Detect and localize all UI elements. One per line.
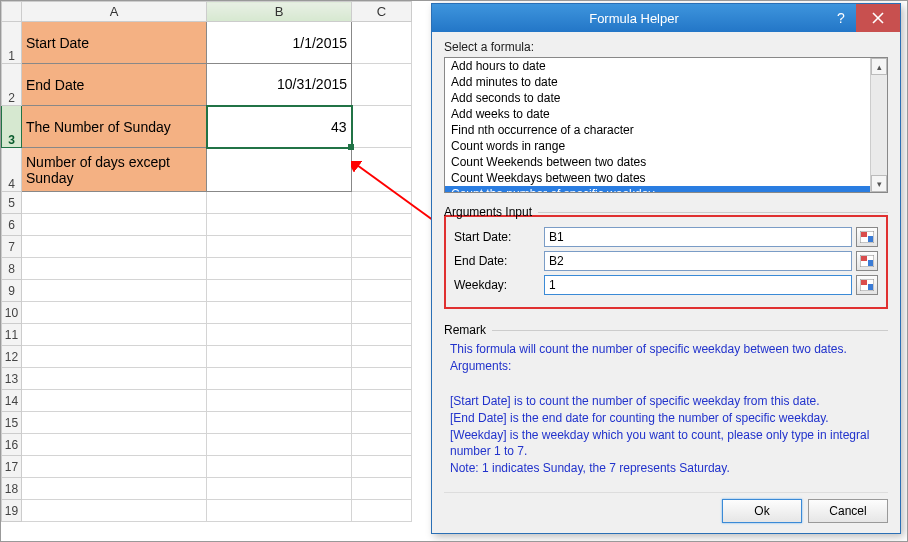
row-header-11[interactable]: 11 <box>2 324 22 346</box>
cell-b5[interactable] <box>207 192 352 214</box>
formula-list-item[interactable]: Add seconds to date <box>445 90 887 106</box>
row-header-12[interactable]: 12 <box>2 346 22 368</box>
cell-c11[interactable] <box>352 324 412 346</box>
row-header-19[interactable]: 19 <box>2 500 22 522</box>
cell-a17[interactable] <box>22 456 207 478</box>
row-header-6[interactable]: 6 <box>2 214 22 236</box>
cell-a7[interactable] <box>22 236 207 258</box>
cell-c10[interactable] <box>352 302 412 324</box>
cell-a19[interactable] <box>22 500 207 522</box>
select-all-corner[interactable] <box>2 2 22 22</box>
cell-c16[interactable] <box>352 434 412 456</box>
cancel-button[interactable]: Cancel <box>808 499 888 523</box>
row-header-17[interactable]: 17 <box>2 456 22 478</box>
cell-c12[interactable] <box>352 346 412 368</box>
cell-a15[interactable] <box>22 412 207 434</box>
scroll-track[interactable] <box>871 75 887 175</box>
row-header-10[interactable]: 10 <box>2 302 22 324</box>
row-header-1[interactable]: 1 <box>2 22 22 64</box>
cell-b8[interactable] <box>207 258 352 280</box>
cell-a1[interactable]: Start Date <box>22 22 207 64</box>
cell-a8[interactable] <box>22 258 207 280</box>
cell-c2[interactable] <box>352 64 412 106</box>
formula-list-item[interactable]: Add hours to date <box>445 58 887 74</box>
cell-a3[interactable]: The Number of Sunday <box>22 106 207 148</box>
cell-b18[interactable] <box>207 478 352 500</box>
formula-list-item[interactable]: Count the number of specific weekday <box>445 186 887 193</box>
help-button[interactable]: ? <box>826 10 856 26</box>
cell-c9[interactable] <box>352 280 412 302</box>
cell-a4[interactable]: Number of days except Sunday <box>22 148 207 192</box>
col-header-a[interactable]: A <box>22 2 207 22</box>
weekday-ref-button[interactable] <box>856 275 878 295</box>
col-header-b[interactable]: B <box>207 2 352 22</box>
cell-b12[interactable] <box>207 346 352 368</box>
row-header-13[interactable]: 13 <box>2 368 22 390</box>
cell-c15[interactable] <box>352 412 412 434</box>
cell-c14[interactable] <box>352 390 412 412</box>
cell-a10[interactable] <box>22 302 207 324</box>
cell-a13[interactable] <box>22 368 207 390</box>
cell-b19[interactable] <box>207 500 352 522</box>
cell-c7[interactable] <box>352 236 412 258</box>
formula-listbox[interactable]: Add hours to dateAdd minutes to dateAdd … <box>444 57 888 193</box>
cell-a16[interactable] <box>22 434 207 456</box>
scroll-down-button[interactable]: ▾ <box>871 175 887 192</box>
cell-b15[interactable] <box>207 412 352 434</box>
cell-b7[interactable] <box>207 236 352 258</box>
end-date-input[interactable] <box>544 251 852 271</box>
cell-c3[interactable] <box>352 106 412 148</box>
start-date-ref-button[interactable] <box>856 227 878 247</box>
close-button[interactable] <box>856 4 900 32</box>
start-date-input[interactable] <box>544 227 852 247</box>
row-header-3[interactable]: 3 <box>2 106 22 148</box>
formula-list-item[interactable]: Find nth occurrence of a character <box>445 122 887 138</box>
row-header-7[interactable]: 7 <box>2 236 22 258</box>
cell-c8[interactable] <box>352 258 412 280</box>
ok-button[interactable]: Ok <box>722 499 802 523</box>
listbox-scrollbar[interactable]: ▴ ▾ <box>870 58 887 192</box>
cell-c17[interactable] <box>352 456 412 478</box>
cell-b1[interactable]: 1/1/2015 <box>207 22 352 64</box>
row-header-9[interactable]: 9 <box>2 280 22 302</box>
row-header-4[interactable]: 4 <box>2 148 22 192</box>
cell-b17[interactable] <box>207 456 352 478</box>
row-header-5[interactable]: 5 <box>2 192 22 214</box>
cell-c4[interactable] <box>352 148 412 192</box>
cell-b14[interactable] <box>207 390 352 412</box>
cell-a11[interactable] <box>22 324 207 346</box>
row-header-14[interactable]: 14 <box>2 390 22 412</box>
cell-a5[interactable] <box>22 192 207 214</box>
dialog-titlebar[interactable]: Formula Helper ? <box>432 4 900 32</box>
formula-list-item[interactable]: Count words in range <box>445 138 887 154</box>
cell-b13[interactable] <box>207 368 352 390</box>
cell-c19[interactable] <box>352 500 412 522</box>
cell-c1[interactable] <box>352 22 412 64</box>
cell-b2[interactable]: 10/31/2015 <box>207 64 352 106</box>
cell-c5[interactable] <box>352 192 412 214</box>
scroll-up-button[interactable]: ▴ <box>871 58 887 75</box>
cell-c18[interactable] <box>352 478 412 500</box>
cell-b16[interactable] <box>207 434 352 456</box>
row-header-16[interactable]: 16 <box>2 434 22 456</box>
formula-list-item[interactable]: Count Weekdays between two dates <box>445 170 887 186</box>
col-header-c[interactable]: C <box>352 2 412 22</box>
cell-c13[interactable] <box>352 368 412 390</box>
end-date-ref-button[interactable] <box>856 251 878 271</box>
cell-a6[interactable] <box>22 214 207 236</box>
cell-a18[interactable] <box>22 478 207 500</box>
cell-b3-selected[interactable]: 43 <box>207 106 352 148</box>
cell-b6[interactable] <box>207 214 352 236</box>
row-header-8[interactable]: 8 <box>2 258 22 280</box>
formula-list-item[interactable]: Count Weekends between two dates <box>445 154 887 170</box>
cell-b4[interactable] <box>207 148 352 192</box>
cell-b9[interactable] <box>207 280 352 302</box>
cell-a12[interactable] <box>22 346 207 368</box>
cell-b10[interactable] <box>207 302 352 324</box>
weekday-input[interactable] <box>544 275 852 295</box>
formula-list-item[interactable]: Add weeks to date <box>445 106 887 122</box>
row-header-18[interactable]: 18 <box>2 478 22 500</box>
row-header-15[interactable]: 15 <box>2 412 22 434</box>
formula-list-item[interactable]: Add minutes to date <box>445 74 887 90</box>
cell-c6[interactable] <box>352 214 412 236</box>
